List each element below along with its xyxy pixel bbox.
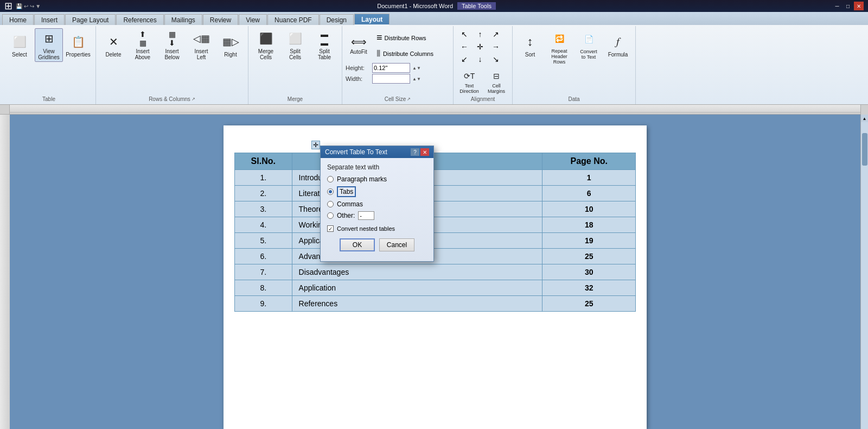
convert-nested-label: Convert nested tables <box>337 225 395 232</box>
convert-nested-checkbox[interactable] <box>327 225 334 232</box>
dialog-section-label: Separate text with <box>327 163 427 171</box>
dialog-title-buttons: ? ✕ <box>411 148 429 156</box>
radio-commas-label: Commas <box>337 200 363 208</box>
dialog-option-tabs: Tabs <box>327 186 427 197</box>
dialog-option-commas: Commas <box>327 200 427 208</box>
radio-other-label: Other: <box>337 212 355 219</box>
dialog-checkbox-row: Convert nested tables <box>327 225 427 232</box>
radio-commas[interactable] <box>327 201 334 207</box>
radio-paragraph-label: Paragraph marks <box>337 175 387 183</box>
dialog-radio-group: Paragraph marks Tabs Commas Other: <box>327 175 427 220</box>
other-input[interactable] <box>358 211 374 220</box>
dialog-body: Separate text with Paragraph marks Tabs … <box>321 158 433 261</box>
radio-tabs[interactable] <box>327 188 334 195</box>
dialog-option-paragraph: Paragraph marks <box>327 175 427 183</box>
dialog-ok-button[interactable]: OK <box>340 238 375 251</box>
dialog-cancel-button[interactable]: Cancel <box>379 238 414 251</box>
dialog-footer: OK Cancel <box>327 238 427 256</box>
dialog-title-text: Convert Table To Text <box>325 148 387 156</box>
dialog-close-button[interactable]: ✕ <box>420 148 429 156</box>
dialog-option-other: Other: <box>327 211 427 220</box>
dialog-help-button[interactable]: ? <box>411 148 419 156</box>
convert-table-to-text-dialog: Convert Table To Text ? ✕ Separate text … <box>320 146 434 262</box>
radio-other[interactable] <box>327 212 334 219</box>
radio-tabs-label: Tabs <box>337 186 356 197</box>
radio-paragraph[interactable] <box>327 176 334 182</box>
dialog-overlay: Convert Table To Text ? ✕ Separate text … <box>0 0 868 429</box>
dialog-title-bar: Convert Table To Text ? ✕ <box>321 146 433 158</box>
